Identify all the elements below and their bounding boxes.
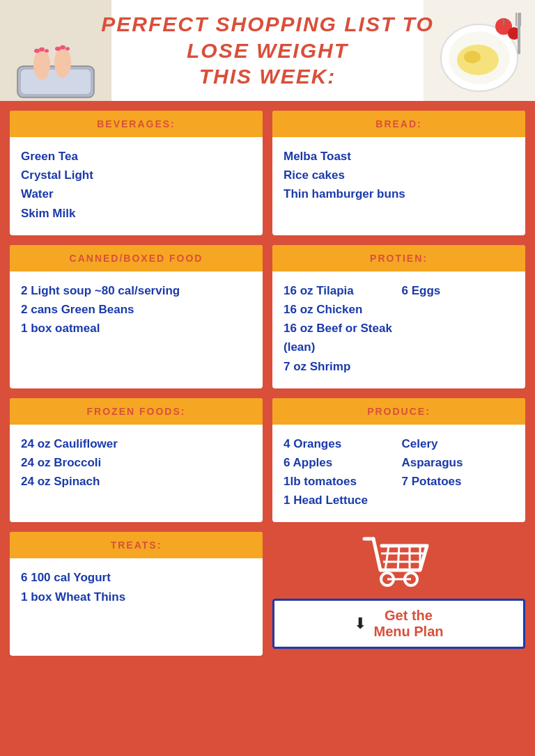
page-header: PERFECT SHOPPING LIST TO LOSE WEIGHT THI… bbox=[0, 0, 535, 101]
frozen-card: FROZEN FOODS: 24 oz Cauliflower 24 oz Br… bbox=[10, 398, 263, 523]
protein-eggs: 6 Eggs bbox=[402, 281, 515, 300]
produce-item-1: 4 Oranges bbox=[284, 434, 396, 453]
produce-potatoes: 7 Potatoes bbox=[402, 472, 515, 491]
beverages-item-4: Skim Milk bbox=[21, 204, 251, 223]
protein-body: 16 oz Tilapia 16 oz Chicken 16 oz Beef o… bbox=[272, 271, 525, 388]
svg-point-6 bbox=[45, 49, 49, 53]
svg-point-3 bbox=[54, 47, 71, 78]
svg-point-9 bbox=[65, 47, 70, 51]
produce-card: PRODUCE: 4 Oranges 6 Apples 1lb tomatoes… bbox=[272, 398, 525, 523]
bread-body: Melba Toast Rice cakes Thin hamburger bu… bbox=[272, 137, 525, 216]
bread-header: BREAD: bbox=[272, 111, 525, 137]
bread-item-1: Melba Toast bbox=[284, 147, 514, 166]
bottom-row: TREATS: 6 100 cal Yogurt 1 box Wheat Thi… bbox=[0, 532, 535, 666]
protein-item-1: 16 oz Tilapia bbox=[284, 281, 396, 300]
canned-item-2: 2 cans Green Beans bbox=[21, 300, 251, 319]
produce-item-2: 6 Apples bbox=[284, 453, 396, 472]
beverages-card: BEVERAGES: Green Tea Crystal Light Water… bbox=[10, 111, 263, 235]
svg-rect-19 bbox=[520, 13, 521, 26]
main-grid: BEVERAGES: Green Tea Crystal Light Water… bbox=[0, 101, 535, 532]
svg-point-5 bbox=[39, 47, 45, 52]
frozen-header: FROZEN FOODS: bbox=[10, 398, 263, 425]
produce-item-4: 1 Head Lettuce bbox=[284, 491, 396, 510]
beverages-body: Green Tea Crystal Light Water Skim Milk bbox=[10, 137, 263, 235]
produce-header: PRODUCE: bbox=[272, 398, 525, 425]
bread-item-2: Rice cakes bbox=[284, 166, 514, 184]
download-icon: ⬇ bbox=[354, 615, 366, 633]
protein-item-4: 7 oz Shrimp bbox=[284, 357, 396, 376]
svg-point-4 bbox=[34, 49, 40, 53]
svg-line-20 bbox=[385, 546, 389, 570]
svg-point-13 bbox=[464, 51, 481, 63]
treats-item-2: 1 box Wheat Thins bbox=[21, 588, 251, 606]
produce-body: 4 Oranges 6 Apples 1lb tomatoes 1 Head L… bbox=[272, 425, 525, 523]
canned-body: 2 Light soup ~80 cal/serving 2 cans Gree… bbox=[10, 271, 263, 351]
protein-col1: 16 oz Tilapia 16 oz Chicken 16 oz Beef o… bbox=[284, 281, 396, 376]
protein-item-2: 16 oz Chicken bbox=[284, 300, 396, 319]
protein-header: PROTIEN: bbox=[272, 245, 525, 271]
canned-item-1: 2 Light soup ~80 cal/serving bbox=[21, 281, 251, 300]
treats-item-1: 6 100 cal Yogurt bbox=[21, 568, 251, 587]
cta-label: Get the Menu Plan bbox=[373, 608, 443, 640]
beverages-item-1: Green Tea bbox=[21, 147, 251, 166]
treats-header: TREATS: bbox=[10, 532, 263, 558]
protein-item-3: 16 oz Beef or Steak (lean) bbox=[284, 319, 396, 356]
canned-header: CANNED/BOXED FOOD bbox=[10, 245, 263, 271]
produce-celery: Celery bbox=[402, 434, 515, 453]
frozen-body: 24 oz Cauliflower 24 oz Broccoli 24 oz S… bbox=[10, 425, 263, 504]
cta-section: ⬇ Get the Menu Plan bbox=[272, 532, 525, 656]
protein-card: PROTIEN: 16 oz Tilapia 16 oz Chicken 16 … bbox=[272, 245, 525, 388]
svg-point-8 bbox=[60, 45, 65, 49]
bread-card: BREAD: Melba Toast Rice cakes Thin hambu… bbox=[272, 111, 525, 235]
frozen-item-3: 24 oz Spinach bbox=[21, 472, 251, 491]
beverages-item-3: Water bbox=[21, 184, 251, 203]
page-title: PERFECT SHOPPING LIST TO LOSE WEIGHT THI… bbox=[101, 11, 434, 90]
produce-col1: 4 Oranges 6 Apples 1lb tomatoes 1 Head L… bbox=[284, 434, 396, 510]
protein-columns: 16 oz Tilapia 16 oz Chicken 16 oz Beef o… bbox=[284, 281, 514, 376]
frozen-item-1: 24 oz Cauliflower bbox=[21, 434, 251, 453]
svg-line-21 bbox=[398, 546, 399, 570]
bread-item-3: Thin hamburger buns bbox=[284, 184, 514, 203]
svg-rect-1 bbox=[21, 70, 91, 94]
scale-image bbox=[0, 0, 111, 101]
beverages-item-2: Crystal Light bbox=[21, 166, 251, 184]
get-menu-plan-button[interactable]: ⬇ Get the Menu Plan bbox=[272, 599, 525, 649]
produce-item-3: 1lb tomatoes bbox=[284, 472, 396, 491]
treats-card: TREATS: 6 100 cal Yogurt 1 box Wheat Thi… bbox=[10, 532, 263, 656]
produce-col2: Celery Asparagus 7 Potatoes bbox=[402, 434, 515, 510]
canned-card: CANNED/BOXED FOOD 2 Light soup ~80 cal/s… bbox=[10, 245, 263, 388]
plate-image bbox=[424, 0, 535, 101]
beverages-header: BEVERAGES: bbox=[10, 111, 263, 137]
produce-asparagus: Asparagus bbox=[402, 453, 515, 472]
svg-point-7 bbox=[55, 47, 61, 51]
svg-point-2 bbox=[33, 49, 50, 80]
treats-body: 6 100 cal Yogurt 1 box Wheat Thins bbox=[10, 558, 263, 618]
canned-item-3: 1 box oatmeal bbox=[21, 319, 251, 338]
cart-icon bbox=[361, 532, 437, 594]
frozen-item-2: 24 oz Broccoli bbox=[21, 453, 251, 472]
svg-rect-18 bbox=[515, 13, 517, 26]
protein-col2: 6 Eggs bbox=[402, 281, 515, 376]
produce-columns: 4 Oranges 6 Apples 1lb tomatoes 1 Head L… bbox=[284, 434, 514, 510]
